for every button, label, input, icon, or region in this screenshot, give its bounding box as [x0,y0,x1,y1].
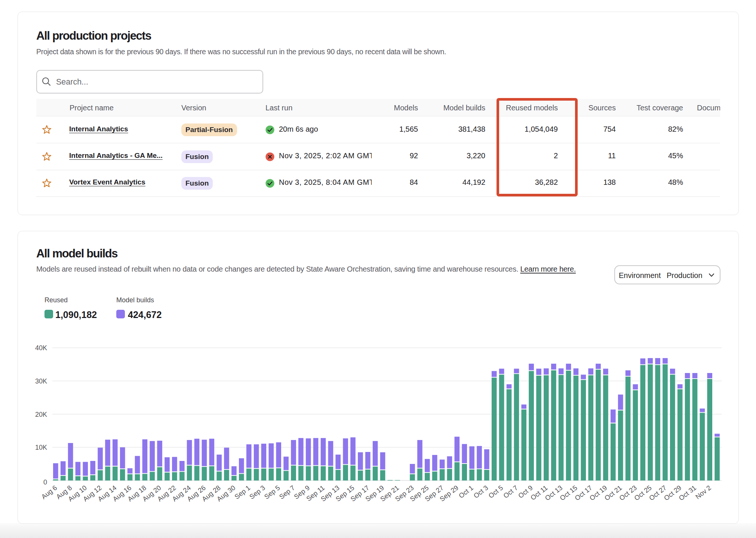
svg-text:Oct 7: Oct 7 [502,484,519,499]
svg-text:0: 0 [43,479,47,486]
svg-text:Sep 7: Sep 7 [278,484,296,501]
svg-text:Oct 1: Oct 1 [457,484,474,499]
svg-text:40K: 40K [35,344,47,352]
svg-text:Sep 5: Sep 5 [263,484,281,501]
svg-text:Oct 5: Oct 5 [487,484,504,499]
svg-text:20K: 20K [35,411,47,418]
svg-text:30K: 30K [35,377,47,385]
svg-text:Sep 1: Sep 1 [233,484,252,501]
svg-text:Oct 3: Oct 3 [472,484,489,499]
svg-text:Sep 3: Sep 3 [248,484,266,501]
svg-text:Oct 31: Oct 31 [677,484,698,502]
svg-text:Nov 2: Nov 2 [694,484,712,501]
svg-text:Aug 6: Aug 6 [40,484,58,501]
svg-text:10K: 10K [35,444,47,451]
